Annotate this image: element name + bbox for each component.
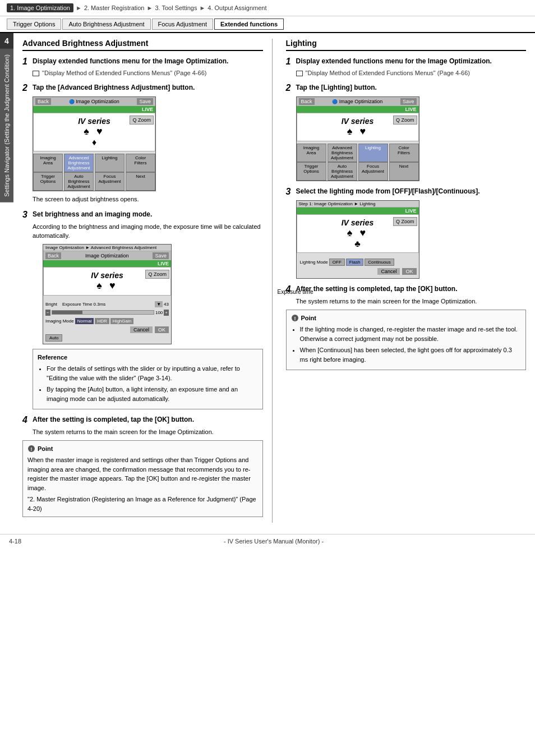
plus-btn[interactable]: +: [164, 310, 169, 316]
left-step4-desc: The system returns to the main screen fo…: [33, 427, 263, 437]
auto-btn[interactable]: Auto: [45, 334, 62, 342]
lighting-ok-btn[interactable]: OK: [402, 268, 416, 275]
rs2-save-btn[interactable]: Save: [400, 98, 417, 105]
exposure-time-label: Exposure time: [278, 289, 313, 295]
rs2-iv-display: IV series ♠ ♥ Q Zoom: [297, 113, 419, 141]
rs2-ctrls2: Trigger Options Auto Brightness Adjustme…: [297, 162, 419, 181]
zoom-btn-s2[interactable]: Q Zoom: [130, 116, 154, 125]
brightness-slider[interactable]: [52, 310, 154, 315]
tab-extended-functions[interactable]: Extended functions: [214, 19, 284, 30]
book-icon: [33, 71, 39, 76]
adv-back-btn[interactable]: Back: [45, 252, 61, 259]
rs2-zoom-btn[interactable]: Q Zoom: [393, 116, 417, 125]
adv-live-badge: LIVE: [43, 260, 171, 267]
left-step2-num: 2: [22, 83, 30, 93]
adv-screen-title: Image Optimization: [85, 253, 129, 259]
left-step3-desc: According to the brightness and imaging …: [33, 222, 263, 241]
lighting-mode-row: Lighting Mode OFF Flash Continuous: [299, 257, 417, 267]
next-btn-s2[interactable]: Next: [126, 172, 155, 191]
breadcrumb-nav: 1. Image Optimization ► 2. Master Regist…: [0, 0, 535, 16]
right-step3-num: 3: [286, 187, 294, 197]
left-step2-heading: Tap the [Advanced Brightness Adjustment]…: [33, 83, 195, 93]
right-column: Lighting 1 Display extended functions me…: [284, 39, 527, 523]
lighting-screen-mockup: Step 1: Image Optimization ► Lighting LI…: [296, 200, 419, 279]
right-step3-heading: Select the lighting mode from [OFF]/[Fla…: [296, 187, 480, 196]
adv-screen-container: Image Optimization ► Advanced Brightness…: [33, 244, 263, 344]
adv-cancel-btn[interactable]: Cancel: [130, 326, 153, 333]
slider-val: 100: [155, 310, 163, 315]
right-point-box: ! Point If the lighting mode is changed,…: [286, 310, 527, 371]
exposure-num: 43: [164, 302, 169, 307]
back-btn-s2[interactable]: Back: [35, 98, 51, 105]
screen-ctrls-s2: Imaging Area Advanced Brightness Adjustm…: [33, 154, 155, 172]
page-footer: 4-18 - IV Series User's Manual (Monitor)…: [0, 534, 535, 548]
right-point-title: ! Point: [291, 314, 522, 323]
exposure-dropdown[interactable]: ▼: [155, 301, 163, 307]
lm-label: Lighting Mode: [300, 260, 328, 265]
lighting-ok-cancel: Cancel OK: [299, 267, 417, 276]
lighting-cancel-btn[interactable]: Cancel: [377, 268, 400, 275]
adv-breadcrumb: Image Optimization ► Advanced Brightness…: [43, 245, 171, 251]
slider-row: − 100 +: [45, 308, 169, 317]
note-item-1: For the details of settings with the sli…: [47, 364, 258, 382]
color-filters-btn[interactable]: Color Filters: [126, 154, 155, 172]
rs2-trigger[interactable]: Trigger Options: [297, 162, 326, 181]
breadcrumb-step1[interactable]: 1. Image Optimization: [7, 3, 73, 12]
adv-save-btn[interactable]: Save: [153, 252, 169, 259]
normal-btn[interactable]: Normal: [75, 318, 94, 324]
left-screen-mockup-step2: Back 🔵 Image Optimization Save LIVE IV s…: [33, 96, 156, 191]
rs2-auto-brightness[interactable]: Auto Brightness Adjustment: [328, 162, 357, 181]
rs2-color-filters[interactable]: Color Filters: [389, 144, 419, 162]
page-layout: 4 Settings Navigator (Setting the Judgme…: [0, 33, 535, 528]
trigger-options-btn[interactable]: Trigger Options: [33, 172, 63, 191]
screen-header-s2: Back 🔵 Image Optimization Save: [33, 97, 155, 106]
rs3-zoom-btn[interactable]: Q Zoom: [393, 217, 417, 226]
focus-adj-btn[interactable]: Focus Adjustment: [95, 172, 124, 191]
save-btn-s2[interactable]: Save: [137, 98, 153, 105]
off-btn[interactable]: OFF: [329, 259, 345, 266]
tab-trigger-options[interactable]: Trigger Options: [7, 19, 61, 30]
note-item-2: By tapping the [Auto] button, a light in…: [47, 385, 258, 403]
tab-bar: Trigger Options Auto Brightness Adjustme…: [0, 16, 535, 33]
highgain-btn[interactable]: HighGain: [110, 318, 133, 324]
left-step3-heading: Set brightness and an imaging mode.: [33, 210, 152, 219]
minus-btn[interactable]: −: [45, 310, 50, 316]
right-screen-mockup-s2: Back 🔵 Image Optimization Save LIVE IV s…: [296, 96, 419, 181]
right-step2-num: 2: [286, 83, 294, 93]
lighting-btn-s2[interactable]: Lighting: [95, 154, 124, 172]
left-section-title: Advanced Brightness Adjustment: [22, 39, 263, 51]
right-point-item-1: If the lighting mode is changed, re-regi…: [300, 325, 522, 343]
left-step1-num: 1: [22, 57, 30, 67]
adv-ok-cancel: Cancel OK: [45, 325, 169, 334]
left-step1-sub: "Display Method of Extended Functions Me…: [33, 69, 263, 77]
right-step-1: 1 Display extended functions menu for th…: [286, 57, 527, 77]
right-step-3: 3 Select the lighting mode from [OFF]/[F…: [286, 187, 527, 279]
adv-zoom-btn[interactable]: Q Zoom: [145, 270, 169, 279]
left-step-3: 3 Set brightness and an imaging mode. Ac…: [22, 210, 263, 410]
rs2-adv-brightness[interactable]: Advanced Brightness Adjustment: [328, 144, 357, 162]
rs2-ctrls: Imaging Area Advanced Brightness Adjustm…: [297, 144, 419, 162]
imaging-area-btn[interactable]: Imaging Area: [33, 154, 63, 172]
auto-brightness-btn[interactable]: Auto Brightness Adjustment: [64, 172, 94, 191]
breadcrumb-step3: 3. Tool Settings: [155, 4, 197, 11]
flash-btn[interactable]: Flash: [346, 259, 364, 266]
adv-screen-header: Back Image Optimization Save: [43, 251, 171, 260]
exposure-val: Exposure Time 0.3ms: [62, 302, 154, 307]
left-step-1: 1 Display extended functions menu for th…: [22, 57, 263, 77]
adv-ok-btn[interactable]: OK: [155, 326, 169, 333]
right-step2-heading: Tap the [Lighting] button.: [296, 83, 377, 93]
rs2-next[interactable]: Next: [389, 162, 419, 181]
breadcrumb-arrow3: ►: [199, 4, 205, 11]
rs2-back-btn[interactable]: Back: [299, 98, 315, 105]
adv-brightness-btn[interactable]: Advanced Brightness Adjustment: [64, 154, 94, 172]
iv-display-s2: IV series ♠ ♥ ♦ Q Zoom: [33, 113, 155, 151]
tab-auto-brightness[interactable]: Auto Brightness Adjustment: [62, 19, 150, 30]
hdr-btn[interactable]: HDR: [95, 318, 109, 324]
rs3-iv-display: IV series ♠ ♥ ♣ Q Zoom: [297, 214, 419, 253]
rs2-lighting[interactable]: Lighting: [358, 144, 388, 162]
tab-focus-adjustment[interactable]: Focus Adjustment: [152, 19, 213, 30]
continuous-btn[interactable]: Continuous: [365, 259, 394, 266]
breadcrumb-arrow2: ►: [147, 4, 153, 11]
rs2-imaging-area[interactable]: Imaging Area: [297, 144, 326, 162]
rs2-focus[interactable]: Focus Adjustment: [358, 162, 388, 181]
